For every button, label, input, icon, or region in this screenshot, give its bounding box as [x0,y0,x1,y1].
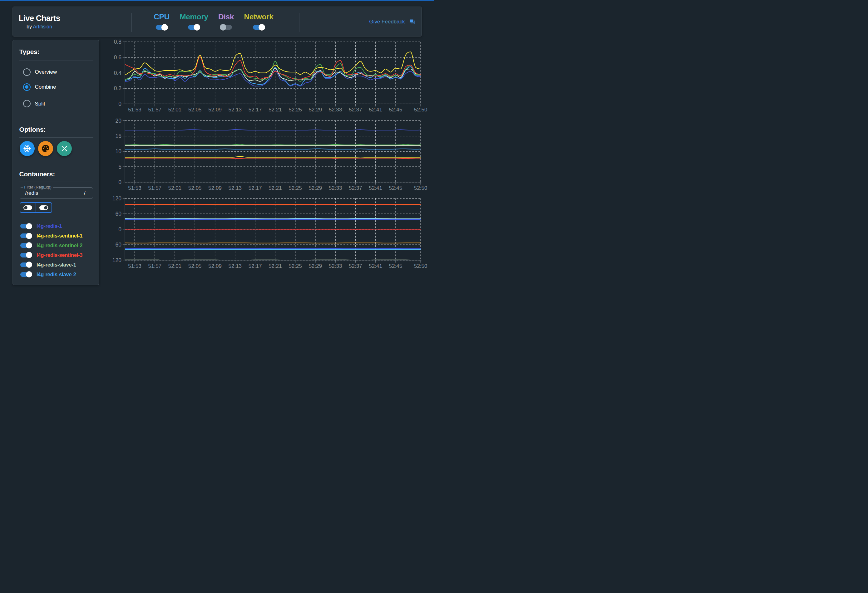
svg-text:52:41: 52:41 [369,107,382,113]
svg-text:52:09: 52:09 [208,185,222,191]
svg-text:52:21: 52:21 [269,107,282,113]
svg-text:52:25: 52:25 [288,263,302,269]
svg-text:52:29: 52:29 [309,107,322,113]
svg-text:52:01: 52:01 [168,107,182,113]
svg-text:52:29: 52:29 [309,263,322,269]
svg-text:52:17: 52:17 [248,185,262,191]
svg-text:52:41: 52:41 [369,263,382,269]
svg-text:120: 120 [112,257,121,263]
svg-text:52:33: 52:33 [329,263,342,269]
svg-text:52:37: 52:37 [349,107,362,113]
svg-text:52:45: 52:45 [389,263,403,269]
svg-text:15: 15 [115,133,121,139]
svg-text:10: 10 [115,148,122,155]
svg-text:52:09: 52:09 [208,263,222,269]
svg-text:52:33: 52:33 [329,107,342,113]
svg-text:0.6: 0.6 [114,54,121,60]
svg-text:52:17: 52:17 [248,107,262,113]
svg-text:52:21: 52:21 [269,185,282,191]
svg-text:52:01: 52:01 [168,185,182,191]
svg-text:52:50: 52:50 [414,185,427,191]
svg-text:52:13: 52:13 [229,185,242,191]
svg-text:52:05: 52:05 [188,263,202,269]
svg-text:51:53: 51:53 [128,185,142,191]
svg-text:0.2: 0.2 [114,85,121,91]
svg-text:52:25: 52:25 [288,107,302,113]
svg-text:52:33: 52:33 [329,185,342,191]
svg-text:52:17: 52:17 [248,263,262,269]
svg-text:120: 120 [112,195,121,202]
svg-text:51:53: 51:53 [128,107,142,113]
svg-text:0.8: 0.8 [114,39,121,45]
svg-text:52:25: 52:25 [288,185,302,191]
svg-text:0: 0 [118,226,121,233]
svg-text:0: 0 [118,101,121,107]
svg-text:51:57: 51:57 [148,185,162,191]
svg-text:52:13: 52:13 [229,263,242,269]
svg-text:52:50: 52:50 [414,107,427,113]
svg-text:20: 20 [115,118,122,124]
svg-text:52:37: 52:37 [349,263,362,269]
svg-text:60: 60 [115,242,122,248]
svg-text:52:29: 52:29 [309,185,322,191]
svg-text:5: 5 [118,164,121,170]
svg-text:52:21: 52:21 [269,263,282,269]
svg-text:52:13: 52:13 [229,107,242,113]
svg-text:51:53: 51:53 [128,263,142,269]
svg-text:52:05: 52:05 [188,107,202,113]
svg-text:51:57: 51:57 [148,263,162,269]
svg-text:52:09: 52:09 [208,107,222,113]
svg-text:52:05: 52:05 [188,185,202,191]
svg-text:52:37: 52:37 [349,185,362,191]
svg-text:52:01: 52:01 [168,263,182,269]
svg-text:52:45: 52:45 [389,185,403,191]
svg-text:51:57: 51:57 [148,107,162,113]
svg-text:52:50: 52:50 [414,263,427,269]
svg-text:52:45: 52:45 [389,107,403,113]
svg-text:0.4: 0.4 [114,70,122,76]
svg-text:0: 0 [118,179,121,185]
svg-text:60: 60 [115,211,122,217]
svg-text:52:41: 52:41 [369,185,382,191]
